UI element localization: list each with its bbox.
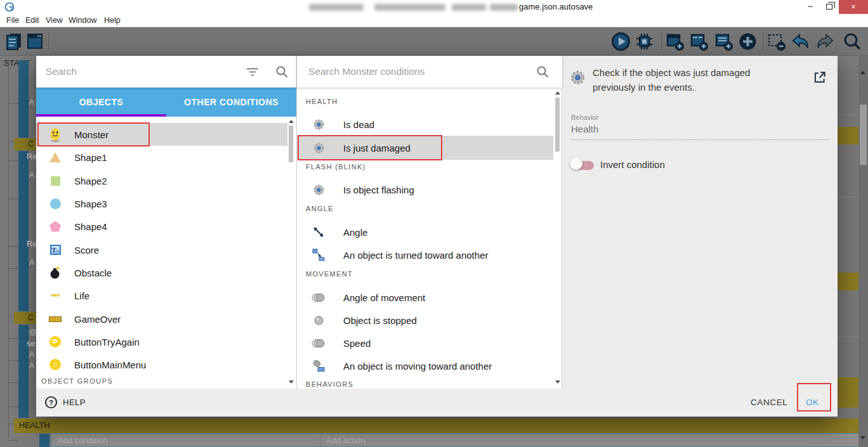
object-row-obstacle[interactable]: Obstacle xyxy=(36,261,287,284)
condition-editor-dialog: OBJECTS OTHER CONDITIONS Monster Shape1 xyxy=(36,56,838,417)
object-row-shape1[interactable]: Shape1 xyxy=(36,146,287,169)
condition-row-turned-toward[interactable]: An object is turned toward another xyxy=(297,243,553,266)
health-group-header: HEALTH xyxy=(14,418,868,433)
app-window: game.json.autosave – × File Edit View Wi… xyxy=(0,0,868,447)
add-circle-icon[interactable] xyxy=(738,32,758,51)
window-title: game.json.autosave xyxy=(519,2,593,11)
menu-window[interactable]: Window xyxy=(66,16,99,25)
condition-list-scrollbar[interactable] xyxy=(554,87,561,389)
condition-row-angle[interactable]: Angle xyxy=(297,221,553,243)
object-row-score[interactable]: Tx Score xyxy=(36,238,287,261)
events-scrollbar[interactable] xyxy=(858,56,868,447)
turned-toward-icon xyxy=(311,248,326,262)
condition-row-moving-toward[interactable]: An object is moving toward another xyxy=(297,354,553,377)
scroll-down-icon[interactable] xyxy=(860,436,865,439)
comment-event-dimmed xyxy=(838,127,858,145)
empty-event-row: Add condition Add action xyxy=(51,433,868,447)
condition-row-angle-of-movement[interactable]: Angle of movement xyxy=(297,286,553,309)
cancel-button[interactable]: CANCEL xyxy=(751,398,787,407)
add-subevent-icon[interactable] xyxy=(689,32,709,51)
condition-row-is-dead[interactable]: Is dead xyxy=(297,113,553,136)
scroll-up-icon[interactable] xyxy=(289,120,294,123)
text-object-icon: Tx xyxy=(48,242,63,258)
object-row-shape2[interactable]: Shape2 xyxy=(36,169,287,192)
single-circle-icon xyxy=(311,313,326,327)
behavior-gear-icon xyxy=(570,70,586,88)
close-button[interactable]: × xyxy=(839,0,868,14)
condition-row-is-object-flashing[interactable]: Is object flashing xyxy=(297,178,553,201)
menu-edit[interactable]: Edit xyxy=(23,16,42,25)
tab-other-conditions[interactable]: OTHER CONDITIONS xyxy=(166,87,296,117)
object-label: GameOver xyxy=(74,314,121,325)
condition-panel: HEALTH Is dead xyxy=(296,56,562,389)
events-editor-icon[interactable] xyxy=(5,32,23,51)
object-list-scrollbar[interactable] xyxy=(287,117,294,389)
object-row-buttonmainmenu[interactable]: ⌂ ButtonMainMenu xyxy=(36,353,287,376)
scrollbar-thumb[interactable] xyxy=(555,98,560,152)
object-row-shape3[interactable]: Shape3 xyxy=(36,192,287,215)
search-toolbar-icon[interactable] xyxy=(842,31,862,51)
condition-label: Speed xyxy=(343,338,371,349)
event-text-fragment: A xyxy=(29,98,34,107)
redo-icon[interactable] xyxy=(815,32,835,51)
gdevelop-logo-icon xyxy=(4,2,15,12)
condition-row-object-is-stopped[interactable]: Object is stopped xyxy=(297,309,553,332)
open-help-page-icon[interactable] xyxy=(813,70,827,84)
object-row-gameover[interactable]: GameOver xyxy=(36,308,287,330)
remove-event-icon[interactable] xyxy=(766,32,786,51)
minimize-button[interactable]: – xyxy=(801,0,820,14)
retry-button-icon: ⟳ xyxy=(48,334,63,350)
dialog-footer: ? HELP CANCEL OK xyxy=(36,389,838,417)
scroll-up-icon[interactable] xyxy=(860,71,865,74)
scroll-down-icon[interactable] xyxy=(289,380,294,384)
search-icon[interactable] xyxy=(536,65,549,79)
condition-row-speed[interactable]: Speed xyxy=(297,332,553,354)
menu-view[interactable]: View xyxy=(43,16,65,25)
behavior-field-value[interactable]: Health xyxy=(571,124,598,134)
filter-icon[interactable] xyxy=(246,67,260,77)
search-icon[interactable] xyxy=(275,65,289,79)
object-label: Shape1 xyxy=(74,152,107,163)
object-label: Shape4 xyxy=(74,221,107,232)
condition-details-panel: Check if the object was just damaged pre… xyxy=(562,56,838,389)
event-text-fragment: A xyxy=(29,350,34,359)
condition-action-divider xyxy=(320,434,320,446)
debug-icon[interactable] xyxy=(635,32,654,51)
menu-help[interactable]: Help xyxy=(102,16,123,25)
tab-objects[interactable]: OBJECTS xyxy=(36,87,166,117)
scrollbar-thumb[interactable] xyxy=(860,105,867,165)
add-event-icon[interactable] xyxy=(665,32,685,51)
object-row-shape4[interactable]: Shape4 xyxy=(36,215,287,238)
undo-icon[interactable] xyxy=(791,32,811,51)
event-text-fragment: C xyxy=(28,139,34,148)
object-search-input[interactable] xyxy=(46,62,230,81)
scrollbar-thumb[interactable] xyxy=(289,126,293,162)
object-row-monster[interactable]: Monster xyxy=(36,123,287,146)
play-icon[interactable] xyxy=(611,32,631,51)
scroll-up-icon[interactable] xyxy=(555,91,560,94)
scene-editor-icon[interactable] xyxy=(25,32,44,51)
add-comment-icon[interactable] xyxy=(714,32,733,51)
add-action-placeholder: Add action xyxy=(326,436,365,445)
condition-search-input[interactable] xyxy=(308,62,518,81)
angle-arrows-icon xyxy=(311,225,326,239)
condition-label: Object is stopped xyxy=(343,315,417,326)
menu-file[interactable]: File xyxy=(4,16,22,25)
help-button[interactable]: ? HELP xyxy=(44,396,86,409)
condition-description: Check if the object was just damaged pre… xyxy=(593,65,778,95)
toolbar-separator xyxy=(48,32,49,50)
behavior-field-label: Behavior xyxy=(571,113,598,121)
toolbar-separator xyxy=(763,32,763,50)
home-button-icon: ⌂ xyxy=(48,356,63,373)
ok-button[interactable]: OK xyxy=(806,398,819,407)
scroll-down-icon[interactable] xyxy=(555,380,560,384)
object-row-life[interactable]: ♥♥♥ Life xyxy=(36,284,287,307)
restore-button[interactable] xyxy=(820,0,839,14)
help-button-label: HELP xyxy=(63,398,86,407)
event-text-fragment: A xyxy=(29,258,34,267)
object-row-buttontryagain[interactable]: ⟳ ButtonTryAgain xyxy=(36,330,287,353)
condition-row-is-just-damaged[interactable]: Is just damaged xyxy=(297,136,553,160)
behavior-gear-icon xyxy=(311,183,326,197)
toggle-thumb[interactable] xyxy=(570,157,582,170)
help-icon: ? xyxy=(44,396,58,409)
